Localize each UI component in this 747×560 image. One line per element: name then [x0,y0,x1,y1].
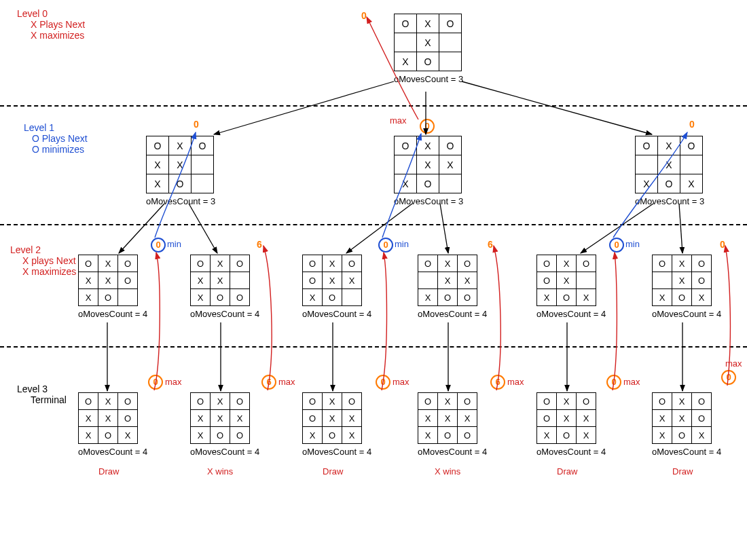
board-l2a2: OXOXXXOO [190,255,250,306]
board-cell: X [98,393,118,410]
board-l2a2-caption: oMovesCount = 4 [190,309,259,319]
board-cell: O [342,393,362,410]
board-cell: X [147,155,169,174]
board-cell: X [118,427,138,444]
level3-sub1: Terminal [31,394,67,405]
board-root-container: OXOXXO oMovesCount = 3 [394,14,463,84]
board-l3b1-result: Draw [323,466,371,477]
board-l2a1: OXOXXOXO [78,255,138,306]
board-cell: O [653,393,672,410]
board-cell: O [147,136,169,155]
board-cell: X [418,427,438,444]
board-cell: O [230,255,250,272]
board-cell: O [118,255,138,272]
level2-title: Level 2 [10,244,76,255]
board-cell: X [653,289,672,306]
board-cell: O [118,393,138,410]
board-cell [230,272,250,289]
board-cell: X [577,289,596,306]
board-l2b2: OXOXXXOO [418,255,477,306]
board-cell: O [653,255,672,272]
board-cell: X [438,393,458,410]
board-cell: O [577,393,596,410]
board-cell: O [191,255,211,272]
board-cell: X [98,272,118,289]
board-cell [439,33,462,52]
board-cell: X [323,393,342,410]
board-l1a: OXOXXXO [146,136,214,193]
board-l1b-caption: oMovesCount = 3 [394,196,463,206]
board-cell: X [79,272,98,289]
board-cell [653,272,672,289]
board-l2c2: OXOXOXOX [652,255,712,306]
board-cell: X [672,272,692,289]
board-l3a1: OXOXXOXOX [78,392,138,444]
board-cell: O [230,427,250,444]
board-l3a2-result: X wins [207,466,259,477]
board-cell: X [438,410,458,427]
board-cell: O [418,393,438,410]
level2-label: Level 2 X plays Next X maximizes [10,244,76,277]
board-cell: O [458,393,477,410]
board-cell: O [458,289,477,306]
board-l2c1: OXOOXXOX [536,255,596,306]
board-l2b2-container: OXOXXXOO oMovesCount = 4 [418,255,487,319]
svg-line-8 [679,204,682,253]
board-cell: O [98,289,118,306]
board-l3c1: OXOOXXXOX [536,392,596,444]
l2a1-min-label: min [167,239,181,249]
board-cell [439,174,462,193]
board-cell: X [438,255,458,272]
board-cell: O [118,410,138,427]
l3b2-max-label: max [507,377,524,387]
board-l3b2-container: OXOXXXXOO oMovesCount = 4 X wins [418,392,487,477]
board-l3b1: OXOOXXXOX [302,392,362,444]
l3c2-max-label: max [725,358,742,369]
l2a2-value: 6 [257,239,262,250]
board-cell [118,289,138,306]
board-cell: X [395,52,417,71]
level0-title: Level 0 [17,8,85,19]
board-cell: X [211,272,230,289]
l1a-value: 0 [194,119,199,130]
level2-sub2: X maximizes [22,266,76,277]
board-cell: O [79,255,98,272]
board-cell: X [692,427,712,444]
board-cell: X [342,272,362,289]
board-cell: O [395,14,417,33]
board-cell: X [658,155,680,174]
board-cell: X [417,33,439,52]
board-cell: X [303,427,323,444]
board-cell: X [658,136,680,155]
board-cell: X [577,410,596,427]
board-cell: O [458,255,477,272]
board-cell: X [417,155,439,174]
board-l1a-container: OXOXXXO oMovesCount = 3 [146,136,215,206]
board-cell: X [79,410,98,427]
board-l3c1-container: OXOOXXXOX oMovesCount = 4 Draw [536,392,606,477]
board-l2c1-container: OXOOXXOX oMovesCount = 4 [536,255,606,319]
board-cell: O [230,393,250,410]
board-l2c1-caption: oMovesCount = 4 [536,309,606,319]
board-cell: O [211,427,230,444]
board-l2b2-caption: oMovesCount = 4 [418,309,487,319]
board-cell: O [98,427,118,444]
board-l2b1-caption: oMovesCount = 4 [302,309,371,319]
board-cell: O [672,289,692,306]
board-cell: X [653,410,672,427]
board-cell [395,155,417,174]
board-cell: X [557,255,577,272]
board-cell [395,33,417,52]
board-cell: O [439,14,462,33]
board-cell: O [417,174,439,193]
board-l1c: OXOXXOX [635,136,703,193]
board-l2b1: OXOOXXXO [302,255,362,306]
board-cell: O [557,289,577,306]
board-cell: X [439,155,462,174]
board-cell: O [537,272,557,289]
board-l3c2: OXOXXOXOX [652,392,712,444]
board-cell: O [458,427,477,444]
board-cell: X [537,289,557,306]
level-divider-1-2 [0,224,747,225]
board-cell: X [303,289,323,306]
